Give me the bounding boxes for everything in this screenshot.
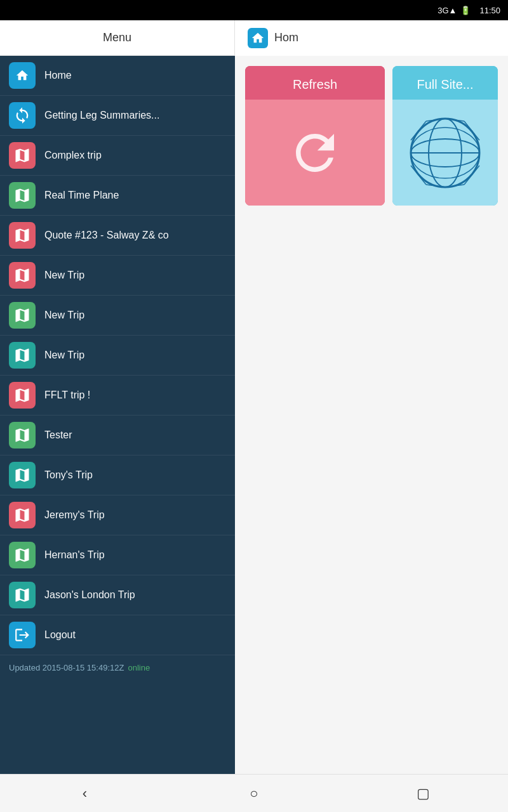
sidebar-item-home-label: Home: [44, 70, 226, 81]
back-icon: ‹: [83, 785, 87, 802]
sidebar-item-fflt-trip[interactable]: FFLT trip !: [0, 376, 235, 416]
map-icon-5: [13, 306, 31, 324]
sidebar-item-fflt-trip-label: FFLT trip !: [44, 390, 226, 401]
sidebar-item-jasons-london-trip[interactable]: Jason's London Trip: [0, 575, 235, 615]
map-icon-box-red-3: [9, 262, 36, 289]
home-nav-icon: ○: [250, 785, 258, 802]
header-bar: Menu Hom: [0, 20, 508, 56]
spinner-icon-box: [9, 102, 36, 129]
sidebar-item-new-trip-3[interactable]: New Trip: [0, 336, 235, 376]
signal-icon: 3G▲: [438, 6, 457, 15]
battery-icon: 🔋: [460, 6, 471, 15]
sidebar-item-hernans-trip-label: Hernan's Trip: [44, 549, 226, 561]
home-button[interactable]: ○: [235, 781, 273, 806]
sidebar-item-real-time-plane-label: Real Time Plane: [44, 190, 226, 201]
refresh-icon-area: [245, 100, 385, 206]
home-header[interactable]: Hom: [235, 20, 508, 56]
sidebar-item-jasons-london-trip-label: Jason's London Trip: [44, 589, 226, 601]
status-footer: Updated 2015-08-15 15:49:12Z online: [0, 655, 235, 680]
clock: 11:50: [479, 6, 500, 15]
logout-icon: [14, 627, 30, 643]
globe-icon: [407, 115, 483, 191]
sidebar-item-complex-trip[interactable]: Complex trip: [0, 136, 235, 176]
home-header-label: Hom: [274, 31, 298, 44]
sidebar-item-tester-label: Tester: [44, 429, 226, 441]
map-icon-4: [13, 266, 31, 284]
refresh-button[interactable]: Refresh: [245, 66, 385, 206]
sidebar-item-new-trip-1[interactable]: New Trip: [0, 256, 235, 296]
recents-icon: ▢: [417, 785, 430, 802]
sidebar-item-new-trip-3-label: New Trip: [44, 350, 226, 361]
buttons-row: Refresh Full Site...: [245, 66, 498, 206]
sidebar-item-jeremys-trip-label: Jeremy's Trip: [44, 509, 226, 521]
map-icon-7: [13, 386, 31, 404]
nav-bar: ‹ ○ ▢: [0, 774, 508, 812]
recents-button[interactable]: ▢: [404, 781, 443, 806]
sidebar-item-tester[interactable]: Tester: [0, 416, 235, 455]
map-icon-box-teal-2: [9, 462, 36, 488]
map-icon-3: [13, 226, 31, 244]
sidebar-item-real-time-plane[interactable]: Real Time Plane: [0, 176, 235, 216]
map-icon-box-green-1: [9, 182, 36, 209]
sidebar-item-logout-label: Logout: [44, 629, 226, 641]
map-icon-box-green-2: [9, 302, 36, 329]
sidebar-item-complex-trip-label: Complex trip: [44, 150, 226, 161]
status-icons: 3G▲ 🔋 11:50: [438, 6, 500, 15]
house-icon: [251, 31, 265, 45]
map-icon-11: [13, 546, 31, 564]
sidebar-item-tonys-trip[interactable]: Tony's Trip: [0, 455, 235, 495]
sidebar-item-hernans-trip[interactable]: Hernan's Trip: [0, 535, 235, 575]
sidebar-item-home[interactable]: Home: [0, 56, 235, 96]
map-icon-box-teal-1: [9, 342, 36, 369]
spinner-icon: [13, 107, 31, 124]
map-icon-box-red-1: [9, 142, 36, 169]
fullsite-button-label: Full Site...: [392, 66, 498, 100]
sidebar-item-new-trip-2-label: New Trip: [44, 310, 226, 321]
home-header-icon: [248, 28, 268, 48]
sidebar-item-quote-123-label: Quote #123 - Salway Z& co: [44, 230, 226, 241]
sidebar-item-tonys-trip-label: Tony's Trip: [44, 469, 226, 481]
map-icon-box-green-4: [9, 542, 36, 568]
map-icon-box-red-2: [9, 222, 36, 249]
sidebar-item-getting-leg-label: Getting Leg Summaries...: [44, 110, 226, 121]
refresh-icon: [286, 124, 344, 181]
status-bar: 3G▲ 🔋 11:50: [0, 0, 508, 20]
logout-icon-box: [9, 622, 36, 648]
map-icon-box-green-3: [9, 422, 36, 449]
content-area: Refresh Full Site...: [235, 56, 508, 787]
updated-text: Updated 2015-08-15 15:49:12Z: [9, 663, 124, 672]
sidebar-item-new-trip-2[interactable]: New Trip: [0, 296, 235, 336]
map-icon-box-red-5: [9, 502, 36, 528]
sidebar-item-getting-leg[interactable]: Getting Leg Summaries...: [0, 96, 235, 136]
sidebar-item-jeremys-trip[interactable]: Jeremy's Trip: [0, 495, 235, 535]
sidebar: Home Getting Leg Summaries... Complex tr…: [0, 56, 235, 787]
map-icon-10: [13, 506, 31, 524]
map-icon-box-teal-3: [9, 582, 36, 608]
fullsite-icon-area: [392, 100, 498, 206]
refresh-button-label: Refresh: [245, 66, 385, 100]
fullsite-button[interactable]: Full Site...: [392, 66, 498, 206]
sidebar-item-logout[interactable]: Logout: [0, 615, 235, 655]
home-icon-box: [9, 62, 36, 89]
map-icon-12: [13, 586, 31, 604]
online-status: online: [128, 663, 150, 672]
sidebar-item-new-trip-1-label: New Trip: [44, 270, 226, 281]
menu-header: Menu: [0, 20, 235, 56]
map-icon-1: [13, 147, 31, 164]
back-button[interactable]: ‹: [65, 781, 104, 806]
sidebar-item-quote-123[interactable]: Quote #123 - Salway Z& co: [0, 216, 235, 256]
map-icon-2: [13, 187, 31, 204]
map-icon-9: [13, 466, 31, 484]
map-icon-8: [13, 426, 31, 444]
map-icon-box-red-4: [9, 382, 36, 409]
home-icon: [15, 69, 29, 82]
main-layout: Home Getting Leg Summaries... Complex tr…: [0, 56, 508, 787]
map-icon-6: [13, 346, 31, 364]
menu-header-label: Menu: [103, 31, 131, 44]
